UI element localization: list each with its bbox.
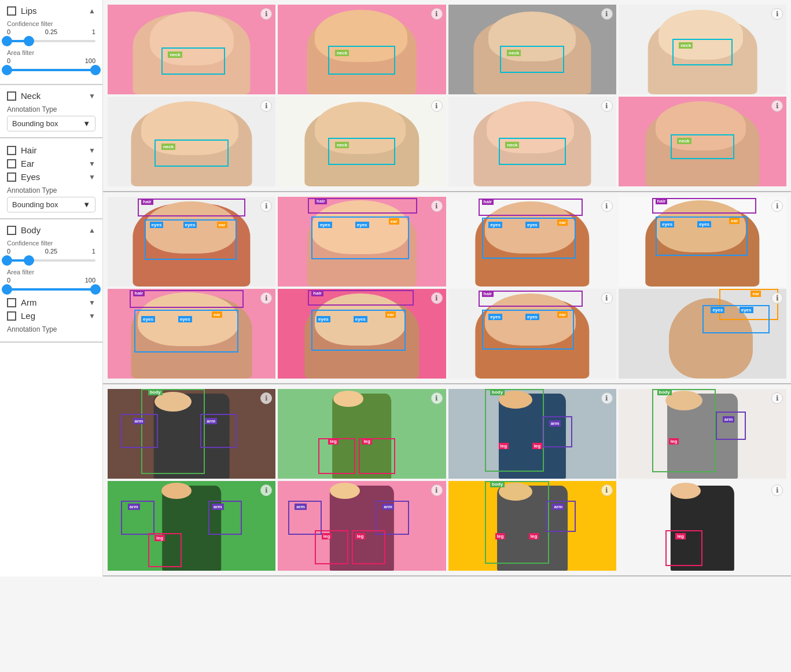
area-thumb-right[interactable] [90,65,101,75]
neck-title: Neck [21,91,41,101]
conf-min: 0 [7,28,10,35]
image-cell: ℹ body arm leg [619,389,786,479]
annotation-value-1: Bounding box [12,119,58,128]
leg-chevron[interactable]: ▼ [89,312,95,320]
eyes-label: eyes [318,222,332,228]
info-button[interactable]: ℹ [601,484,613,496]
info-button[interactable]: ℹ [601,8,613,20]
image-cell: ℹ hair eyes eyes ear [448,289,616,379]
leg-label: leg [529,533,539,539]
leg-checkbox[interactable] [7,311,16,321]
eyes-title: Eyes [21,172,40,182]
face-image-grid: ℹ hair eyes eyes ear ℹ hair [108,197,786,379]
ear-label: ear [557,311,568,318]
body-area-max: 100 [85,277,95,284]
area-thumb-left[interactable] [2,65,12,75]
lips-header: Lips ▲ [7,6,95,16]
info-button[interactable]: ℹ [431,392,443,404]
body-area-thumb-left[interactable] [2,284,12,295]
ear-title: Ear [21,159,34,168]
info-button[interactable]: ℹ [601,292,613,304]
hair-chevron[interactable]: ▼ [89,146,95,155]
ear-label: ear [729,218,740,224]
lips-header-left: Lips [7,6,37,16]
neck-header: Neck ▼ [7,91,95,101]
annotation-select-2[interactable]: Bounding box ▼ [7,197,95,212]
eyes-chevron[interactable]: ▼ [89,173,95,181]
annotation-select-1[interactable]: Bounding box ▼ [7,116,95,131]
confidence-slider-track[interactable] [7,40,95,42]
leg-label: leg [495,533,506,539]
ear-checkbox[interactable] [7,159,16,168]
body-images-section: ℹ body arm arm ℹ leg le [103,384,791,576]
arm-label: arm [382,504,394,510]
area-filter-label: Area filter [7,49,95,56]
body-image-grid: ℹ body arm arm ℹ leg le [108,389,786,571]
image-cell: ℹ leg [619,481,786,571]
lips-image-grid: ℹ neck ℹ neck [108,5,786,186]
neck-checkbox[interactable] [7,91,16,101]
leg-label: leg [362,438,372,445]
body-label: body [490,481,505,487]
body-conf-thumb-left[interactable] [2,255,12,266]
info-button[interactable]: ℹ [771,484,783,496]
body-area-thumb-right[interactable] [90,284,101,295]
hair-checkbox[interactable] [7,146,16,155]
body-area-slider[interactable] [7,288,95,291]
annotation-chevron-2: ▼ [83,200,90,209]
neck-label: neck [679,42,693,49]
lips-chevron-up[interactable]: ▲ [89,7,95,15]
info-button[interactable]: ℹ [431,484,443,496]
image-cell: ℹ neck [619,97,786,186]
arm-checkbox[interactable] [7,298,16,307]
image-cell: ℹ body arm leg leg [448,389,616,479]
body-confidence-slider[interactable] [7,259,95,262]
hair-label: hair [141,199,153,205]
info-button[interactable]: ℹ [431,200,443,212]
neck-label: neck [335,142,349,148]
eyes-label: eyes [354,316,367,322]
info-button[interactable]: ℹ [431,8,443,20]
body-checkbox[interactable] [7,226,16,235]
neck-label: neck [677,138,691,144]
info-button[interactable]: ℹ [431,292,443,304]
body-conf-thumb-right[interactable] [24,255,34,266]
body-confidence-filter-label: Confidence filter [7,240,95,247]
body-area-range: 0 100 [7,277,95,284]
leg-label: leg [322,533,332,539]
info-button[interactable]: ℹ [601,100,613,112]
area-slider-track[interactable] [7,69,95,71]
eyes-label: eyes [711,307,724,313]
confidence-thumb-left[interactable] [2,36,12,46]
main-content: ℹ neck ℹ neck [103,0,791,576]
info-button[interactable]: ℹ [771,292,783,304]
area-max: 100 [85,57,95,64]
eyes-label: eyes [660,221,674,227]
info-button[interactable]: ℹ [771,8,783,20]
body-chevron-up[interactable]: ▲ [89,226,95,234]
info-button[interactable]: ℹ [601,392,613,404]
ear-label: ear [557,219,568,226]
neck-chevron[interactable]: ▼ [89,92,95,100]
eyes-checkbox[interactable] [7,172,16,182]
ear-chevron[interactable]: ▼ [89,160,95,168]
ear-label: ear [750,291,761,297]
info-button[interactable]: ℹ [601,200,613,212]
annotation-value-2: Bounding box [12,200,58,209]
eyes-label: eyes [488,222,502,228]
info-button[interactable]: ℹ [431,100,443,112]
info-button[interactable]: ℹ [771,100,783,112]
image-cell: ℹ neck [108,5,275,94]
lips-checkbox[interactable] [7,6,16,16]
eyes-label: eyes [355,222,369,228]
arm-item: Arm ▼ [7,298,95,307]
sidebar: Lips ▲ Confidence filter 0 0.25 1 Area f… [0,0,103,576]
arm-chevron[interactable]: ▼ [89,299,95,307]
info-button[interactable]: ℹ [771,200,783,212]
confidence-thumb-right[interactable] [24,36,34,46]
lips-section: Lips ▲ Confidence filter 0 0.25 1 Area f… [0,0,102,85]
leg-label: leg [355,533,366,539]
info-button[interactable]: ℹ [771,392,783,404]
body-area-filter-label: Area filter [7,269,95,276]
neck-label: neck [335,50,349,56]
